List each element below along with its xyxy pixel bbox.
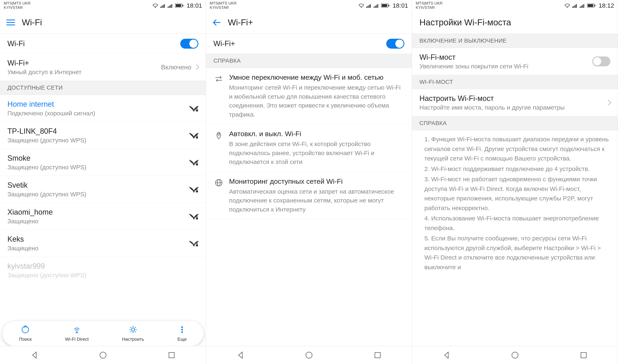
swap-icon — [213, 74, 224, 85]
content-scroll[interactable]: ВКЛЮЧЕНИЕ И ВЫКЛЮЧЕНИЕ Wi-Fi-мост Увелич… — [412, 34, 618, 364]
wifi-plus-row[interactable]: Wi-Fi+ Умный доступ в Интернет Включено — [0, 54, 206, 81]
network-row[interactable]: Xiaomi_home Защищено — [0, 203, 206, 230]
status-bar: MTS|MTS UKR KYIVSTAR 18:12 — [412, 0, 618, 11]
nav-back-icon[interactable] — [236, 351, 245, 360]
svg-rect-48 — [369, 5, 370, 8]
wifi-signal-icon — [189, 184, 198, 194]
nav-home-icon[interactable] — [305, 351, 313, 360]
action-search[interactable]: Поиск — [19, 325, 32, 342]
svg-point-23 — [193, 218, 194, 219]
action-wifi-direct[interactable]: Wi-Fi Direct — [65, 325, 89, 342]
nav-recent-icon[interactable] — [373, 351, 382, 360]
help-item-title: Умное переключение между Wi-Fi и моб. се… — [229, 73, 404, 81]
page-title: Wi-Fi+ — [228, 17, 253, 27]
configure-title: Настроить Wi-Fi-мост — [419, 94, 606, 103]
svg-rect-8 — [171, 4, 172, 8]
nav-home-icon[interactable] — [99, 351, 107, 360]
svg-rect-20 — [196, 164, 198, 165]
svg-rect-7 — [170, 5, 171, 8]
bridge-section-header: WI-FI-МОСТ — [412, 75, 618, 89]
svg-rect-75 — [594, 5, 595, 6]
hamburger-icon[interactable] — [6, 17, 16, 27]
svg-point-76 — [512, 352, 518, 358]
wifi-label: Wi-Fi — [7, 39, 180, 48]
wifi-plus-toggle-row[interactable]: Wi-Fi+ — [206, 34, 412, 54]
nav-back-icon[interactable] — [30, 351, 39, 360]
nav-recent-icon[interactable] — [167, 351, 176, 360]
nav-recent-icon[interactable] — [579, 351, 588, 360]
more-icon — [178, 325, 187, 335]
network-row[interactable]: Keks Защищено — [0, 230, 206, 257]
signal-icon-2 — [580, 3, 585, 8]
action-label: Wi-Fi Direct — [65, 337, 89, 342]
content-scroll[interactable]: Wi-Fi Wi-Fi+ Умный доступ в Интернет Вкл… — [0, 34, 206, 364]
network-row[interactable]: Smoke Защищено (доступно WPS) — [0, 149, 206, 176]
svg-point-64 — [567, 7, 568, 7]
chevron-right-icon — [605, 100, 611, 105]
nav-home-icon[interactable] — [511, 351, 519, 360]
battery-icon — [381, 3, 389, 8]
svg-rect-24 — [196, 218, 198, 219]
network-status: Защищено — [7, 245, 189, 252]
network-name: TP-LINK_80F4 — [7, 127, 189, 136]
gear-icon — [129, 325, 138, 335]
nav-bar — [412, 346, 618, 364]
svg-rect-16 — [196, 110, 198, 111]
content-scroll[interactable]: Wi-Fi+ СПРАВКА Умное переключение между … — [206, 34, 412, 364]
svg-rect-72 — [583, 4, 584, 8]
wifi-plus-toggle[interactable] — [386, 39, 404, 49]
wifi-signal-icon — [189, 104, 198, 113]
wifi-status-icon — [565, 3, 570, 8]
wifi-toggle[interactable] — [180, 39, 198, 49]
wifi-signal-icon — [189, 238, 198, 248]
signal-icon — [160, 3, 166, 8]
partial-network-row[interactable]: kyivstar999 Защищено (доступно WPS) — [0, 257, 206, 284]
globe-icon — [213, 178, 224, 189]
network-row[interactable]: Svetik Защищено (доступно WPS) — [0, 176, 206, 203]
help-item: Умное переключение между Wi-Fi и моб. се… — [206, 68, 412, 124]
svg-point-62 — [306, 352, 312, 358]
network-name: Smoke — [7, 154, 189, 163]
action-configure[interactable]: Настроить — [122, 325, 144, 342]
network-status: Подключено (хороший сигнал) — [7, 110, 189, 117]
svg-rect-55 — [382, 4, 387, 7]
status-icons: 18:01 — [153, 2, 202, 9]
carrier-label: MTS|MTS UKR KYIVSTAR — [416, 1, 443, 10]
svg-point-43 — [100, 352, 106, 358]
nav-back-icon[interactable] — [442, 351, 451, 360]
action-more[interactable]: Еще — [177, 325, 187, 342]
help-text-block: 1. Функция Wi-Fi-моста повышает диапазон… — [412, 130, 618, 272]
status-icons: 18:12 — [565, 2, 614, 9]
status-time: 18:01 — [393, 2, 408, 9]
help-item-title: Автовкл. и выкл. Wi-Fi — [229, 130, 404, 138]
svg-point-15 — [193, 110, 194, 111]
wifi-bridge-toggle-row[interactable]: Wi-Fi-мост Увеличение зоны покрытия сети… — [412, 48, 618, 75]
help-item-body: Мониторинг сетей Wi-Fi и переключение ме… — [229, 83, 404, 119]
help-point: 5. Если Вы получите сообщение, что ресур… — [424, 234, 610, 272]
help-item-body: Автоматическая оценка сети и запрет на а… — [229, 187, 404, 214]
back-arrow-icon[interactable] — [212, 17, 222, 27]
network-name: Keks — [7, 235, 189, 244]
wifi-status-icon — [153, 3, 158, 8]
network-row[interactable]: Home internet Подключено (хороший сигнал… — [0, 95, 206, 122]
svg-point-27 — [22, 326, 29, 333]
svg-rect-49 — [370, 4, 371, 8]
svg-rect-4 — [164, 4, 165, 8]
configure-bridge-row[interactable]: Настроить Wi-Fi-мост Настройте имя моста… — [412, 89, 618, 116]
refresh-icon — [21, 325, 30, 335]
network-row[interactable]: TP-LINK_80F4 Защищено (доступно WPS) — [0, 122, 206, 149]
help-item: Автовкл. и выкл. Wi-Fi В зоне действия с… — [206, 124, 412, 172]
svg-rect-46 — [366, 7, 367, 8]
svg-rect-74 — [588, 4, 593, 7]
svg-rect-66 — [574, 6, 574, 8]
signal-icon-2 — [168, 3, 173, 8]
app-bar: Настройки Wi-Fi-моста — [412, 11, 618, 34]
wifi-bridge-toggle[interactable] — [592, 56, 610, 66]
network-name: Xiaomi_home — [7, 208, 189, 217]
svg-point-21 — [193, 191, 194, 192]
wifi-toggle-row[interactable]: Wi-Fi — [0, 34, 206, 54]
network-name: Home internet — [7, 100, 189, 109]
wifi-signal-icon — [189, 157, 198, 167]
configure-subtitle: Настройте имя моста, пароль и другие пар… — [419, 104, 606, 111]
svg-rect-65 — [572, 7, 573, 8]
